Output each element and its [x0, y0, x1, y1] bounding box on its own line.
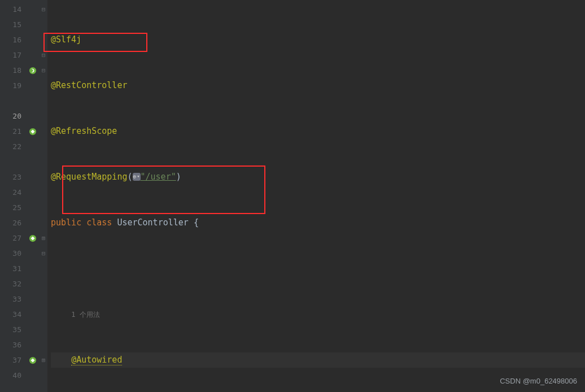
gutter-icon-strip [26, 0, 40, 392]
line-number[interactable]: 15 [0, 17, 26, 32]
watermark: CSDN @m0_62498006 [500, 373, 577, 389]
line-number[interactable]: 18 [0, 63, 26, 78]
line-number[interactable]: 31 [0, 261, 26, 276]
line-number[interactable]: 16 [0, 32, 26, 47]
fold-icon[interactable]: ⊟ [40, 63, 47, 78]
line-number-gutter[interactable]: 14 15 16 17 18 19 20 21 22 23 24 25 26 2… [0, 0, 26, 392]
spring-bean-icon[interactable] [26, 230, 40, 246]
line-number[interactable]: 17 [0, 47, 26, 63]
line-number[interactable]: 21 [0, 124, 26, 139]
annotation: @Slf4j [51, 34, 81, 45]
fold-icon[interactable]: ⊟ [40, 246, 47, 261]
line-number[interactable]: 34 [0, 307, 26, 322]
code-editor[interactable]: 14 15 16 17 18 19 20 21 22 23 24 25 26 2… [0, 0, 585, 392]
fold-icon[interactable]: ⊞ [40, 230, 47, 246]
line-number[interactable]: 25 [0, 200, 26, 215]
line-number[interactable]: 40 [0, 368, 26, 383]
line-number [0, 154, 26, 169]
line-number[interactable]: 37 [0, 352, 26, 368]
line-number[interactable]: 33 [0, 291, 26, 307]
line-number[interactable]: 30 [0, 246, 26, 261]
svg-point-0 [29, 67, 36, 73]
annotation: @RequestMapping [51, 172, 127, 182]
line-number[interactable]: 19 [0, 78, 26, 93]
globe-icon[interactable]: ⊕ [133, 173, 141, 181]
line-number[interactable]: 14 [0, 2, 26, 17]
fold-icon[interactable]: ⊟ [40, 47, 47, 63]
line-number[interactable]: 36 [0, 337, 26, 352]
line-number[interactable]: 26 [0, 215, 26, 230]
keyword: public [51, 217, 86, 228]
keyword: class [86, 217, 117, 228]
line-number[interactable]: 22 [0, 139, 26, 154]
code-area[interactable]: @Slf4j @RestController @RefreshScope @Re… [47, 0, 585, 392]
annotation: @RefreshScope [51, 126, 117, 136]
spring-bean-icon[interactable] [26, 352, 40, 368]
line-number[interactable]: 23 [0, 169, 26, 185]
class-name: UserController [117, 217, 193, 228]
line-number[interactable]: 24 [0, 185, 26, 200]
fold-icon[interactable]: ⊞ [40, 352, 47, 368]
line-number [0, 93, 26, 108]
spring-bean-icon[interactable] [26, 124, 40, 139]
line-number[interactable]: 20 [0, 108, 26, 124]
annotation: @RestController [51, 80, 127, 90]
inlay-hint[interactable]: 1 个用法 [71, 311, 99, 319]
annotation: @Autowired [71, 355, 122, 365]
fold-gutter: ⊟ ⊟ ⊟ ⊞ ⊟ ⊞ [40, 0, 47, 392]
spring-bean-icon[interactable] [26, 63, 40, 78]
line-number[interactable]: 27 [0, 230, 26, 246]
line-number[interactable]: 35 [0, 322, 26, 337]
fold-icon[interactable]: ⊟ [40, 2, 47, 17]
request-path: "/user" [141, 172, 176, 182]
line-number[interactable]: 32 [0, 276, 26, 291]
